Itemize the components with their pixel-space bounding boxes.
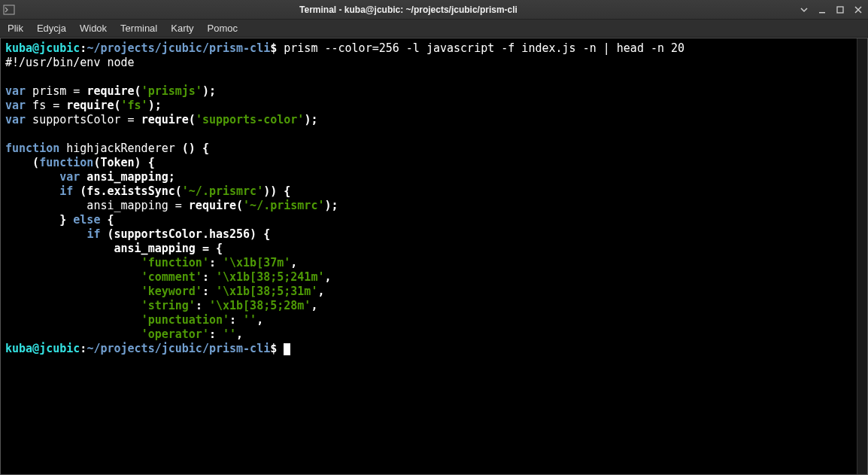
str: '~/.prismrc': [182, 184, 263, 198]
kw-if: if: [86, 227, 100, 241]
menu-pomoc[interactable]: Pomoc: [208, 23, 238, 34]
close-icon[interactable]: [851, 3, 865, 17]
sep: :: [229, 313, 243, 327]
fn-require: require: [86, 84, 134, 98]
indent: [5, 227, 86, 241]
comma: ,: [256, 313, 263, 327]
minimize-icon[interactable]: [815, 3, 829, 17]
terminal-output[interactable]: kuba@jcubic:~/projects/jcubic/prism-cli$…: [1, 38, 857, 474]
val: '\x1b[38;5;31m': [216, 285, 317, 298]
val: '\x1b[38;5;241m': [216, 270, 325, 284]
prompt-path: ~/projects/jcubic/prism-cli: [86, 342, 270, 355]
key: 'punctuation': [141, 313, 229, 327]
menubar: Plik Edycja Widok Terminal Karty Pomoc: [0, 20, 868, 38]
kw-var: var: [5, 113, 26, 126]
svg-rect-1: [819, 12, 825, 14]
indent: [5, 299, 141, 312]
punc: );: [324, 199, 338, 212]
comma: ,: [324, 270, 331, 284]
window-title: Terminal - kuba@jcubic: ~/projects/jcubi…: [20, 5, 797, 15]
punc: (: [5, 156, 39, 169]
punc: )) {: [263, 184, 290, 198]
menu-terminal[interactable]: Terminal: [120, 23, 157, 34]
indent: [5, 213, 59, 227]
fn-require: require: [141, 113, 189, 126]
code: ansi_mapping = {: [5, 242, 223, 255]
punc: );: [202, 84, 216, 98]
comma: ,: [317, 285, 324, 298]
indent: [5, 170, 59, 184]
code: fs =: [26, 99, 66, 112]
prompt-user: kuba@jcubic: [5, 41, 80, 55]
key: 'string': [141, 299, 196, 312]
str: '~/.prismrc': [243, 199, 324, 212]
menu-plik[interactable]: Plik: [8, 23, 23, 34]
svg-rect-2: [837, 7, 843, 13]
punc: (: [135, 84, 141, 98]
cursor-block: [284, 343, 290, 355]
key: 'function': [141, 256, 209, 269]
terminal-viewport: kuba@jcubic:~/projects/jcubic/prism-cli$…: [0, 38, 868, 475]
method: existsSync: [107, 184, 175, 198]
key: 'operator': [141, 327, 209, 341]
kw-if: if: [59, 184, 73, 198]
dropdown-icon[interactable]: [797, 3, 811, 17]
indent: [5, 313, 141, 327]
punc: {: [107, 213, 114, 227]
kw-var: var: [5, 99, 26, 112]
kw-var: var: [5, 84, 26, 98]
code: ansi_mapping =: [5, 199, 189, 212]
prompt-symbol: $: [270, 41, 277, 55]
prompt-user: kuba@jcubic: [5, 342, 80, 355]
kw-var: var: [59, 170, 80, 184]
indent: [5, 256, 141, 269]
punc: () {: [182, 142, 209, 155]
kw-function: function: [39, 156, 93, 169]
command-text: [277, 41, 284, 55]
comma: ,: [290, 256, 297, 269]
indent: [5, 327, 141, 341]
val: '': [223, 327, 236, 341]
window-titlebar: Terminal - kuba@jcubic: ~/projects/jcubi…: [0, 0, 868, 20]
val: '\x1b[37m': [223, 256, 290, 269]
prompt-symbol: $: [270, 342, 277, 355]
kw-function: function: [5, 142, 59, 155]
command: prism --color=256 -l javascript -f index…: [284, 41, 684, 55]
maximize-icon[interactable]: [833, 3, 847, 17]
punc: (: [189, 113, 196, 126]
menu-karty[interactable]: Karty: [171, 23, 193, 34]
code: supportsColor =: [26, 113, 141, 126]
svg-rect-0: [4, 5, 14, 14]
sep: :: [202, 270, 216, 284]
code: highjackRenderer: [59, 142, 182, 155]
menu-widok[interactable]: Widok: [80, 23, 107, 34]
punc: );: [304, 113, 317, 126]
str: 'prismjs': [141, 84, 202, 98]
indent: [5, 270, 141, 284]
indent: [5, 184, 59, 198]
key: 'comment': [141, 270, 202, 284]
punc: }: [59, 213, 66, 227]
punc: (: [114, 99, 121, 112]
fn-require: require: [66, 99, 114, 112]
comma: ,: [236, 327, 243, 341]
code: ansi_mapping;: [80, 170, 175, 184]
punc: (: [175, 184, 182, 198]
kw-else: else: [66, 213, 107, 227]
menu-edycja[interactable]: Edycja: [37, 23, 66, 34]
str: 'supports-color': [196, 113, 305, 126]
comma: ,: [311, 299, 317, 312]
fn-require: require: [189, 199, 236, 212]
sep: :: [202, 285, 216, 298]
punc: );: [148, 99, 162, 112]
val: '\x1b[38;5;28m': [209, 299, 311, 312]
code: (fs.: [73, 184, 107, 198]
indent: [5, 285, 141, 298]
window-controls: [797, 3, 865, 17]
scrollbar[interactable]: [857, 38, 867, 474]
val: '': [243, 313, 256, 327]
shebang: #!/usr/bin/env node: [5, 56, 135, 69]
code: prism =: [26, 84, 86, 98]
sep: :: [209, 327, 223, 341]
punc: (: [236, 199, 243, 212]
